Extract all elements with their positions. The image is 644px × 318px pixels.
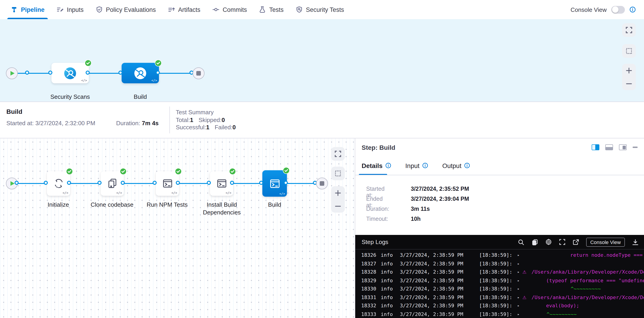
tab-pipeline[interactable]: Pipeline <box>4 0 50 19</box>
zoom-in-button[interactable] <box>331 187 345 199</box>
step-node-run-npm-tests[interactable]: </> <box>156 171 179 196</box>
log-time: [18:38:59]: <box>479 310 512 318</box>
total-label: Total: <box>176 116 190 123</box>
link-dot <box>118 70 122 74</box>
open-in-new-icon[interactable] <box>572 239 579 245</box>
link-dot <box>14 181 18 185</box>
layout-right-panel-icon[interactable] <box>592 144 599 150</box>
canvas-fullscreen-button[interactable] <box>331 147 345 161</box>
step-graph-canvas[interactable]: </> </> <box>0 138 355 318</box>
code-glyph: </> <box>62 191 68 195</box>
log-message: /Users/anka/Library/Developer/Xcode/De <box>532 268 644 277</box>
expand-arrow-icon[interactable]: ▸ <box>518 285 520 294</box>
tab-artifacts[interactable]: Artifacts <box>162 0 206 19</box>
step-logs-header: Step Logs <box>355 235 644 250</box>
step-label[interactable]: Run NPM Tests <box>140 201 194 209</box>
step-node-install-build-dependencies[interactable]: </> <box>210 171 233 196</box>
expand-arrow-icon[interactable]: ▸ <box>518 302 520 310</box>
canvas-select-button[interactable] <box>622 44 636 58</box>
tab-label: Artifacts <box>178 6 200 13</box>
expand-arrow-icon[interactable]: ▸ <box>518 260 520 268</box>
expand-arrow-icon[interactable]: ▸ <box>518 268 520 277</box>
canvas-select-button[interactable] <box>331 167 345 180</box>
scan-stage-icon <box>134 67 146 79</box>
divider <box>170 106 170 133</box>
layout-bottom-panel-icon[interactable] <box>605 144 613 150</box>
step-node-clone-codebase[interactable]: </> <box>101 171 124 196</box>
step-node-build[interactable]: </> <box>262 170 287 197</box>
log-date: 3/27/2024, 2:38:59 PM <box>400 277 463 285</box>
tab-tests[interactable]: Tests <box>253 0 290 19</box>
expand-arrow-icon[interactable]: ▸ <box>518 294 520 302</box>
zoom-out-button[interactable] <box>622 78 636 89</box>
stage-label[interactable]: Build <box>113 93 168 101</box>
expand-arrow-icon[interactable]: ▸ <box>518 277 520 285</box>
info-icon[interactable] <box>464 163 470 169</box>
step-label[interactable]: Build <box>247 201 302 209</box>
pipeline-end-node <box>193 67 204 79</box>
step-label[interactable]: Install Build Dependencies <box>196 201 247 216</box>
canvas-zoom-controls <box>622 64 636 90</box>
detail-value: 3/27/2024, 2:39:04 PM <box>411 196 469 202</box>
tab-input[interactable]: Input <box>405 162 428 169</box>
stage-node-build[interactable]: </> <box>122 63 159 83</box>
tab-label: Tests <box>269 6 284 13</box>
tab-commits[interactable]: Commits <box>206 0 253 19</box>
tab-output[interactable]: Output <box>442 162 470 169</box>
log-line-number: 18327 <box>361 260 376 268</box>
log-line-number: 18328 <box>361 268 376 277</box>
success-badge <box>85 60 92 66</box>
log-line: 18329info3/27/2024, 2:38:59 PM[18:38:59]… <box>355 277 644 285</box>
log-message: /Users/anka/Library/Developer/Xcode/De <box>532 294 644 302</box>
step-label[interactable]: Initialize <box>31 201 86 209</box>
search-icon[interactable] <box>518 239 525 245</box>
minimize-panel-icon[interactable] <box>632 147 638 148</box>
scan-stage-icon <box>64 67 76 79</box>
log-toolbar: Console View <box>518 237 638 247</box>
step-logs-section: Step Logs <box>355 235 644 318</box>
console-view-button[interactable]: Console View <box>586 237 625 247</box>
layout-floating-panel-icon[interactable] <box>619 144 627 150</box>
canvas-fullscreen-button[interactable] <box>622 23 636 37</box>
stage-label[interactable]: Security Scans <box>43 93 98 101</box>
stop-icon <box>196 71 201 76</box>
expand-arrow-icon[interactable]: ▸ <box>518 251 520 260</box>
log-line: 18332info3/27/2024, 2:38:59 PM[18:38:59]… <box>355 302 644 310</box>
info-icon[interactable] <box>630 6 636 13</box>
log-date: 3/27/2024, 2:38:59 PM <box>400 268 463 277</box>
copy-icon[interactable] <box>532 239 538 245</box>
detail-value: 3/27/2024, 2:35:52 PM <box>411 186 469 192</box>
stage-graph-canvas[interactable]: </> </> Security Scans Build <box>0 19 644 101</box>
expand-icon[interactable] <box>559 239 566 245</box>
log-message: return node.nodeType === <box>570 251 643 260</box>
execution-detail-area: </> </> <box>0 138 644 318</box>
terminal-icon <box>162 178 173 189</box>
log-time: [18:38:59]: <box>479 260 512 268</box>
stage-node-security-scans[interactable]: </> <box>52 63 89 83</box>
step-label[interactable]: Clone codebase <box>85 201 139 209</box>
failed-value: 0 <box>232 124 236 131</box>
expand-arrow-icon[interactable]: ▸ <box>518 310 520 318</box>
log-date: 3/27/2024, 2:38:59 PM <box>400 285 463 294</box>
log-lines[interactable]: 18326info3/27/2024, 2:38:59 PM[18:38:59]… <box>355 250 644 318</box>
success-badge <box>229 168 236 175</box>
tab-details[interactable]: Details <box>362 162 392 169</box>
link-dot <box>121 181 125 185</box>
tab-inputs[interactable]: Inputs <box>50 0 90 19</box>
log-level: info <box>381 260 393 268</box>
detail-label: Timeout: <box>366 216 388 222</box>
tab-security-tests[interactable]: Security Tests <box>290 0 350 19</box>
download-icon[interactable] <box>632 239 638 245</box>
log-time: [18:38:59]: <box>479 277 512 285</box>
info-icon[interactable] <box>422 163 428 169</box>
console-view-toggle[interactable] <box>611 6 625 13</box>
zoom-out-button[interactable] <box>331 200 345 212</box>
step-node-initialize[interactable]: </> <box>47 171 70 196</box>
log-date: 3/27/2024, 2:38:59 PM <box>400 310 463 318</box>
successful-label: Successful: <box>176 124 206 131</box>
zoom-in-button[interactable] <box>622 64 636 76</box>
inputs-icon <box>56 6 64 13</box>
gear-icon[interactable] <box>545 239 552 245</box>
info-icon[interactable] <box>385 163 392 169</box>
tab-policy-evaluations[interactable]: Policy Evaluations <box>90 0 162 19</box>
